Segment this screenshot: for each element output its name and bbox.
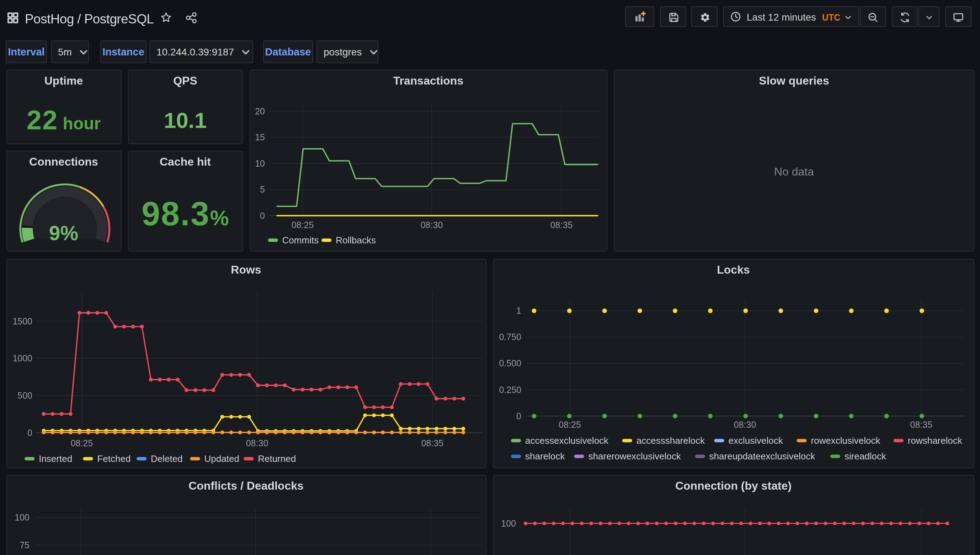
svg-text:08:30: 08:30 [734,419,756,429]
svg-text:5: 5 [259,184,265,194]
svg-text:500: 500 [17,390,32,400]
svg-text:accesssharelock: accesssharelock [636,435,705,446]
svg-text:0: 0 [27,427,32,437]
svg-text:75: 75 [19,540,29,550]
svg-text:20: 20 [254,106,265,116]
svg-text:Rollbacks: Rollbacks [335,234,375,245]
svg-text:08:35: 08:35 [550,220,573,229]
svg-text:1: 1 [516,305,521,315]
svg-text:08:30: 08:30 [246,438,268,448]
svg-text:rowexclusivelock: rowexclusivelock [810,435,880,446]
svg-text:Inserted: Inserted [39,453,72,464]
svg-text:0.500: 0.500 [499,358,521,368]
svg-text:08:35: 08:35 [421,438,443,448]
svg-text:08:25: 08:25 [558,419,581,429]
svg-text:sireadlock: sireadlock [844,451,886,461]
svg-text:shareupdateexclusivelock: shareupdateexclusivelock [709,451,815,461]
svg-text:0: 0 [516,411,521,421]
svg-text:rowsharelock: rowsharelock [908,435,962,446]
svg-text:15: 15 [254,132,265,142]
svg-text:sharerowexclusivelock: sharerowexclusivelock [588,451,681,461]
svg-text:1000: 1000 [12,353,32,363]
svg-text:08:25: 08:25 [291,220,314,229]
svg-text:08:25: 08:25 [71,438,93,448]
svg-text:08:30: 08:30 [420,220,443,229]
svg-text:0.750: 0.750 [499,332,521,342]
svg-text:10: 10 [254,158,265,168]
svg-text:Commits: Commits [282,234,319,245]
svg-text:08:35: 08:35 [910,419,932,429]
svg-text:Fetched: Fetched [97,453,130,464]
svg-text:Updated: Updated [204,453,239,464]
svg-text:100: 100 [500,518,516,528]
svg-text:Deleted: Deleted [150,453,182,464]
svg-text:100: 100 [14,512,29,522]
svg-text:exclusivelock: exclusivelock [728,435,783,446]
svg-text:0.250: 0.250 [499,385,521,395]
svg-text:Returned: Returned [257,453,296,464]
svg-text:sharelock: sharelock [525,451,565,461]
svg-text:0: 0 [259,210,265,220]
svg-text:1500: 1500 [12,316,32,326]
svg-text:accessexclusivelock: accessexclusivelock [525,435,608,446]
